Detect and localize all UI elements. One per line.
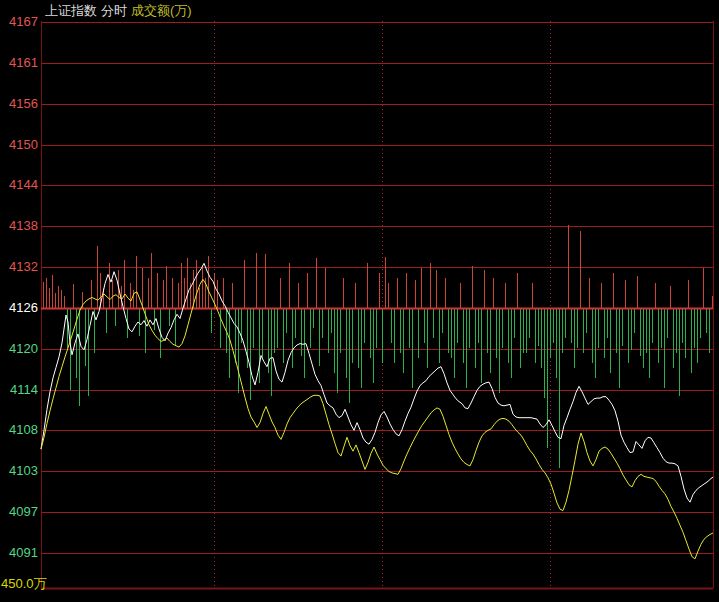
y-axis-label: 4132 xyxy=(0,260,38,274)
y-axis-label: 4144 xyxy=(0,178,38,192)
y-axis-label: 4103 xyxy=(0,464,38,478)
intraday-chart-window: 上证指数 分时 成交额(万) 4167416141564150414441384… xyxy=(0,0,719,602)
volume-scale-label: 450.0万 xyxy=(1,577,47,591)
y-axis-label: 4108 xyxy=(0,423,38,437)
y-axis-label: 4120 xyxy=(0,342,38,356)
y-axis-label: 4091 xyxy=(0,546,38,560)
y-axis-label: 4114 xyxy=(0,383,38,397)
y-axis-label: 4161 xyxy=(0,56,38,70)
y-axis-label: 4150 xyxy=(0,138,38,152)
y-axis-label: 4097 xyxy=(0,505,38,519)
y-axis-label: 4156 xyxy=(0,97,38,111)
price-line-white xyxy=(41,263,713,502)
y-axis-label: 4138 xyxy=(0,219,38,233)
y-axis-label: 4167 xyxy=(0,15,38,29)
intraday-chart-canvas[interactable] xyxy=(0,0,719,602)
y-axis-label: 4126 xyxy=(0,301,38,315)
